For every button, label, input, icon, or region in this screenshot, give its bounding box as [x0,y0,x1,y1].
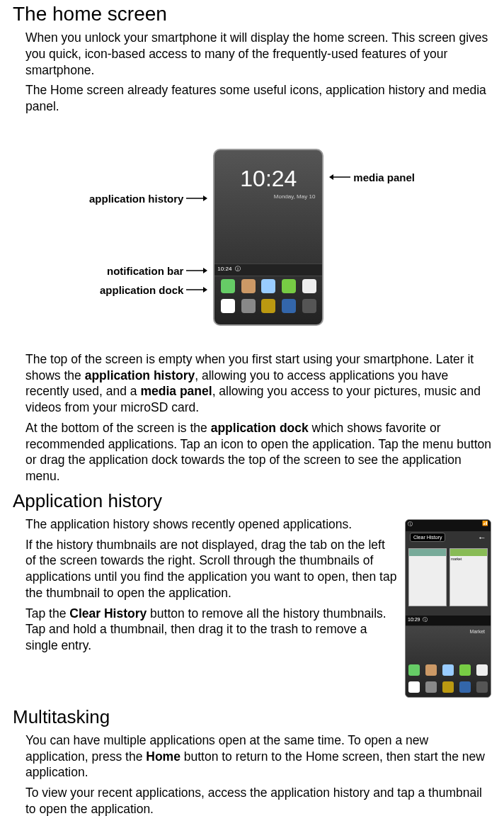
svg-marker-6 [329,174,333,180]
contacts-icon [425,664,437,676]
bold-media-panel: media panel [140,384,212,398]
arrow-left-icon [329,174,350,181]
thumbnail-row: market [408,548,488,606]
label-text: notification bar [107,265,183,277]
contacts-icon [241,279,256,293]
label-text: application dock [100,284,183,296]
thumbnail: market [449,548,488,606]
gmail-icon [221,299,235,313]
bold-clear-history: Clear History [69,606,147,620]
clear-history-button: Clear History [410,533,445,542]
market-label: market [450,556,487,562]
browser-icon [442,664,454,676]
gmail-icon [408,681,420,693]
phone-icon [221,279,235,293]
phone-icon [408,664,420,676]
info-icon: ⓘ [408,521,413,531]
label-media-panel: media panel [329,171,415,183]
paragraph-app-dock: At the bottom of the screen is the appli… [25,420,491,484]
browser-icon [261,279,275,293]
calendar-icon [476,664,488,676]
paragraph-intro-1: When you unlock your smartphone it will … [25,30,491,78]
paragraph-empty-top: The top of the screen is empty when you … [25,351,491,416]
bold-home: Home [146,749,181,764]
app-icon [302,299,316,313]
notification-bar: 10:29 ⓘ [406,616,491,625]
maps-icon [261,299,275,313]
home-screen-diagram: application history notification bar app… [13,129,491,346]
heading-multitasking: Multitasking [13,706,491,728]
maps-icon [442,681,454,693]
arrow-right-icon [186,267,207,274]
text-span: At the bottom of the screen is the [25,421,211,435]
messages-icon [459,664,471,676]
paragraph-multitask-2: To view your recent applications, access… [25,785,491,816]
dock-row-1 [406,664,491,676]
paragraph-intro-2: The Home screen already features some us… [25,82,491,115]
notif-time: 10:24 [217,266,231,272]
svg-marker-5 [203,287,207,293]
messages-icon [282,279,296,293]
svg-marker-1 [203,196,207,201]
notif-time: 10:29 [408,617,420,622]
svg-marker-3 [203,268,207,273]
phone-screenshot: 10:24 Monday, May 10 10:24 ⓘ [213,149,323,326]
app-icon [476,681,488,693]
arrow-right-icon [186,195,207,202]
thumbnail [408,548,447,606]
app-history-screenshot: ⓘ 📶 Clear History ← market 10:29 ⓘ Marke… [405,519,491,698]
signal-icon: 📶 [482,521,488,531]
heading-home-screen: The home screen [13,3,491,26]
dock-row-2 [214,296,322,316]
dock-row-1 [214,276,322,296]
clock-time: 10:24 [214,166,322,192]
calendar-icon [302,279,316,293]
label-text: application history [89,193,183,205]
bold-application-dock: application dock [211,421,309,435]
menu-icon [241,299,256,313]
dock-row-2 [406,681,491,693]
info-icon: ⓘ [235,266,241,272]
arrow-right-icon [186,286,207,293]
menu-icon [425,681,437,693]
bold-application-history: application history [85,368,195,382]
label-text: media panel [353,171,415,183]
market-label: Market [470,629,485,634]
facebook-icon [459,681,471,693]
paragraph-multitask-1: You can have multiple applications open … [25,732,491,781]
status-bar: ⓘ 📶 [406,520,491,531]
text-span: Tap the [25,606,69,620]
info-icon: ⓘ [423,617,428,622]
facebook-icon [282,299,296,313]
heading-application-history: Application history [13,490,491,512]
label-application-history: application history [89,193,207,205]
lower-panel: Market [406,626,491,697]
clock-date: Monday, May 10 [214,193,322,200]
label-application-dock: application dock [100,284,207,296]
back-arrow-icon: ← [478,533,486,543]
notification-bar: 10:24 ⓘ [214,264,322,276]
label-notification-bar: notification bar [107,265,207,277]
